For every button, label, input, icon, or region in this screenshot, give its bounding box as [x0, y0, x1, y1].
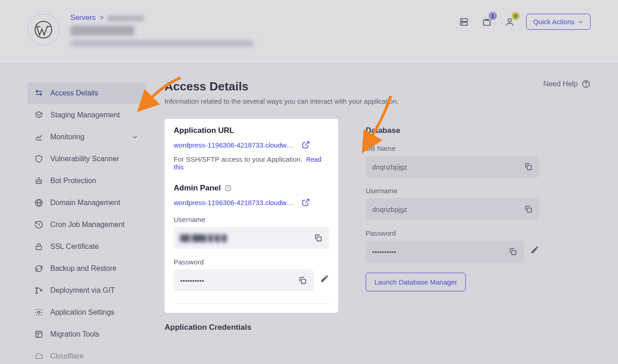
application-url-link[interactable]: wordpress-1196306-4218733.cloudwa…	[174, 141, 297, 149]
admin-password-value: ••••••••••	[180, 277, 293, 285]
database-section: Database DB Name dnqnzbpjgz Username dnq…	[366, 119, 539, 313]
sidebar-item-domain[interactable]: Domain Management	[27, 192, 146, 214]
ssh-access-text: For SSH/SFTP access to your Application.…	[174, 155, 329, 171]
svg-point-6	[508, 18, 511, 21]
sidebar-item-staging[interactable]: Staging Management	[27, 104, 146, 126]
chart-icon	[34, 132, 44, 142]
[interactable]	[524, 205, 533, 214]
admin-password-field: ••••••••••	[174, 269, 314, 291]
db-name-field: dnqnzbpjgz	[366, 156, 539, 178]
migrate-icon	[34, 329, 44, 339]
launch-database-manager-button[interactable]: Launch Database Manager	[366, 273, 466, 291]
sidebar-item-label: Migration Tools	[50, 330, 99, 338]
application-url-heading: Application URL	[174, 126, 329, 135]
page-title: Access Details	[165, 79, 399, 94]
sidebar-item-git[interactable]: Deployment via GIT	[27, 280, 146, 301]
cloud-icon	[34, 351, 44, 361]
svg-point-17	[38, 178, 39, 179]
copy-icon[interactable]	[314, 233, 323, 243]
edit-icon[interactable]	[320, 274, 329, 283]
globe-icon	[34, 198, 44, 208]
breadcrumb-servers-link[interactable]: Servers	[70, 14, 96, 21]
copy-icon[interactable]	[524, 162, 533, 171]
svg-rect-40	[512, 251, 516, 255]
sidebar-item-settings[interactable]: Application Settings	[27, 301, 146, 323]
db-password-value: ••••••••••	[372, 248, 504, 256]
gear-icon	[34, 307, 44, 317]
svg-point-4	[462, 23, 463, 24]
svg-point-22	[36, 287, 37, 289]
sidebar-item-label: Vulnerability Scanner	[50, 155, 119, 163]
sidebar-item-label: SSL Certificate	[50, 243, 99, 251]
sidebar-item-label: Cloudflare	[50, 352, 84, 360]
divider	[174, 303, 329, 304]
git-icon	[34, 285, 44, 295]
info-icon[interactable]	[224, 185, 232, 192]
admin-panel-link[interactable]: wordpress-1196306-4218733.cloudwa…	[174, 199, 297, 206]
quick-actions-button[interactable]: Quick Actions	[526, 14, 591, 30]
server-name-redacted	[107, 15, 144, 21]
refresh-icon	[34, 264, 44, 274]
breadcrumb: Servers >	[70, 14, 253, 22]
external-link-icon[interactable]	[302, 141, 310, 149]
admin-username-value: ██ ███ █ █ █	[180, 234, 309, 242]
edit-icon[interactable]	[530, 245, 539, 254]
application-credentials-heading: Application Credentials	[165, 323, 591, 332]
sidebar-item-label: Monitoring	[50, 133, 85, 141]
projects-icon-button[interactable]: 1	[480, 16, 493, 28]
breadcrumb-wrap: Servers >	[70, 14, 253, 47]
admin-username-label: Username	[174, 216, 329, 223]
sidebar-item-ssl[interactable]: SSL Certificate	[27, 236, 146, 258]
sidebar-item-backup[interactable]: Backup and Restore	[27, 258, 146, 280]
user-icon-button[interactable]: 0	[503, 16, 516, 28]
external-link-icon[interactable]	[302, 198, 310, 206]
database-heading: Database	[366, 126, 539, 135]
svg-point-30	[586, 86, 586, 86]
main-header: Access Details Information related to th…	[165, 79, 591, 105]
help-icon	[581, 79, 591, 89]
db-name-value: dnqnzbpjgz	[372, 163, 519, 171]
sidebar-item-access-details[interactable]: Access Details	[27, 82, 146, 104]
svg-point-25	[38, 311, 40, 314]
lock-icon	[34, 242, 44, 252]
copy-icon[interactable]	[298, 276, 307, 285]
db-password-field: ••••••••••	[366, 241, 524, 263]
breadcrumb-sep: >	[100, 14, 104, 21]
sidebar-item-migration[interactable]: Migration Tools	[27, 323, 146, 345]
chevron-down-icon	[577, 19, 584, 25]
svg-point-3	[462, 20, 463, 20]
sidebar-item-label: Bot Protection	[50, 177, 96, 185]
top-actions: 1 0 Quick Actions	[458, 14, 591, 30]
admin-password-label: Password	[174, 258, 329, 266]
sidebar-item-label: Backup and Restore	[50, 264, 117, 273]
sidebar-item-monitoring[interactable]: Monitoring	[27, 126, 146, 148]
sidebar-item-cloudflare[interactable]: Cloudflare	[27, 345, 146, 364]
db-password-label: Password	[366, 229, 539, 237]
sidebar-item-cron[interactable]: Cron Job Management	[27, 214, 146, 236]
layers-icon	[34, 110, 44, 120]
svg-point-23	[36, 292, 37, 293]
svg-rect-26	[36, 331, 42, 337]
svg-rect-2	[461, 22, 468, 25]
main-content: Access Details Information related to th…	[165, 73, 591, 364]
db-username-value: dnqnzbpjgz	[372, 206, 519, 213]
page-body: Access Details Staging Management Monito…	[0, 64, 618, 364]
sidebar-item-label: Application Settings	[50, 308, 115, 317]
svg-point-34	[228, 187, 229, 187]
copy-icon[interactable]	[508, 247, 517, 256]
sidebar: Access Details Staging Management Monito…	[27, 73, 146, 364]
svg-line-35	[305, 199, 309, 203]
svg-line-31	[305, 142, 309, 145]
user-badge: 0	[511, 12, 520, 20]
sidebar-item-vulnerability[interactable]: Vulnerability Scanner	[27, 148, 146, 170]
app-meta-redacted	[70, 40, 253, 47]
svg-rect-38	[527, 166, 532, 170]
sidebar-item-label: Deployment via GIT	[50, 286, 115, 295]
sidebar-item-bot[interactable]: Bot Protection	[27, 170, 146, 192]
need-help-link[interactable]: Need Help	[543, 79, 591, 89]
svg-rect-1	[461, 18, 468, 21]
svg-rect-36	[317, 237, 321, 241]
robot-icon	[34, 176, 44, 186]
content-columns: Application URL wordpress-1196306-421873…	[165, 119, 591, 313]
server-icon-button[interactable]	[458, 16, 470, 28]
